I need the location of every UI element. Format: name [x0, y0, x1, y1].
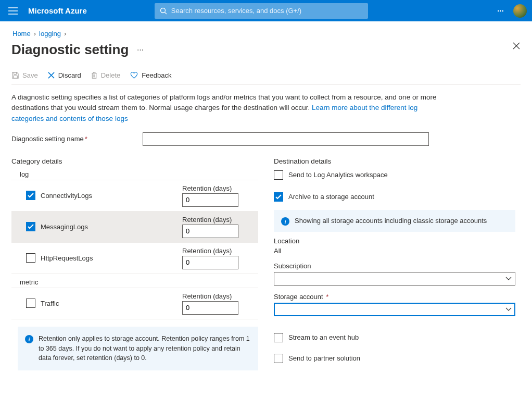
retention-input[interactable] [182, 301, 238, 315]
subscription-label: Subscription [274, 262, 521, 270]
setting-name-label: Diagnostic setting name* [11, 135, 143, 143]
retention-input[interactable] [182, 225, 238, 238]
close-button[interactable] [512, 42, 521, 50]
location-label: Location [274, 237, 521, 245]
log-header: log [20, 170, 256, 178]
info-icon: i [281, 217, 289, 226]
log-row-connectivity: ConnectivityLogs Retention (days) [11, 180, 258, 212]
destination-header: Destination details [274, 157, 521, 165]
httprequest-checkbox[interactable] [26, 253, 35, 263]
retention-info: i Retention only applies to storage acco… [18, 327, 258, 370]
search-icon [160, 7, 167, 15]
eventhub-label: Stream to an event hub [288, 333, 359, 341]
chevron-right-icon: › [64, 30, 66, 38]
setting-name-input[interactable] [143, 132, 429, 146]
log-label: ConnectivityLogs [41, 192, 92, 200]
log-label: HttpRequestLogs [41, 254, 93, 262]
log-row-messaging: MessagingLogs Retention (days) [11, 211, 258, 243]
global-search-input[interactable] [171, 7, 363, 15]
title-more-icon[interactable]: ⋯ [137, 46, 145, 54]
archive-label: Archive to a storage account [288, 193, 374, 201]
subscription-select[interactable] [274, 272, 515, 286]
chevron-down-icon [505, 277, 512, 281]
brand-label: Microsoft Azure [28, 6, 87, 15]
category-details-section: Category details log ConnectivityLogs Re… [11, 157, 258, 370]
breadcrumb-item[interactable]: logging [39, 30, 61, 38]
breadcrumb: Home › logging › [12, 30, 520, 38]
feedback-button[interactable]: Feedback [130, 71, 171, 79]
location-value: All [274, 247, 521, 255]
destination-details-section: Destination details Send to Log Analytic… [274, 157, 521, 370]
svg-point-0 [160, 8, 165, 13]
connectivity-checkbox[interactable] [26, 191, 35, 200]
retention-input[interactable] [182, 256, 238, 269]
log-row-httprequest: HttpRequestLogs Retention (days) [11, 242, 258, 274]
chevron-down-icon [505, 307, 512, 312]
log-label: MessagingLogs [41, 223, 88, 231]
description: A diagnostic setting specifies a list of… [11, 92, 449, 124]
user-avatar[interactable] [513, 4, 527, 18]
messaging-checkbox[interactable] [26, 222, 35, 231]
heart-icon [130, 71, 138, 79]
info-icon: i [25, 335, 33, 343]
azure-topbar: Microsoft Azure ⋯ [0, 0, 532, 21]
save-icon [11, 71, 19, 79]
metric-row-traffic: Traffic Retention (days) [11, 288, 258, 319]
hamburger-menu-icon[interactable] [5, 4, 21, 18]
page-title: Diagnostic setting [11, 42, 129, 58]
log-analytics-label: Send to Log Analytics workspace [288, 171, 388, 179]
breadcrumb-home[interactable]: Home [12, 30, 31, 38]
storage-account-select[interactable] [274, 303, 515, 316]
save-button[interactable]: Save [11, 71, 38, 79]
storage-label: Storage account * [274, 293, 521, 301]
more-icon[interactable]: ⋯ [497, 7, 505, 15]
archive-info: i Showing all storage accounts including… [274, 210, 515, 232]
category-header: Category details [11, 157, 258, 165]
delete-icon [91, 71, 98, 79]
discard-button[interactable]: Discard [47, 71, 81, 79]
log-analytics-checkbox[interactable] [274, 170, 283, 180]
partner-checkbox[interactable] [274, 354, 283, 363]
retention-input[interactable] [182, 193, 238, 207]
metric-header: metric [20, 278, 256, 286]
global-search[interactable] [155, 3, 368, 19]
chevron-right-icon: › [34, 30, 36, 38]
partner-label: Send to partner solution [288, 354, 360, 362]
command-bar: Save Discard Delete Feedback [11, 71, 521, 85]
delete-button[interactable]: Delete [91, 71, 121, 79]
traffic-checkbox[interactable] [26, 299, 35, 308]
eventhub-checkbox[interactable] [274, 333, 283, 342]
metric-label: Traffic [41, 300, 59, 307]
discard-icon [47, 71, 55, 79]
archive-checkbox[interactable] [274, 192, 283, 202]
